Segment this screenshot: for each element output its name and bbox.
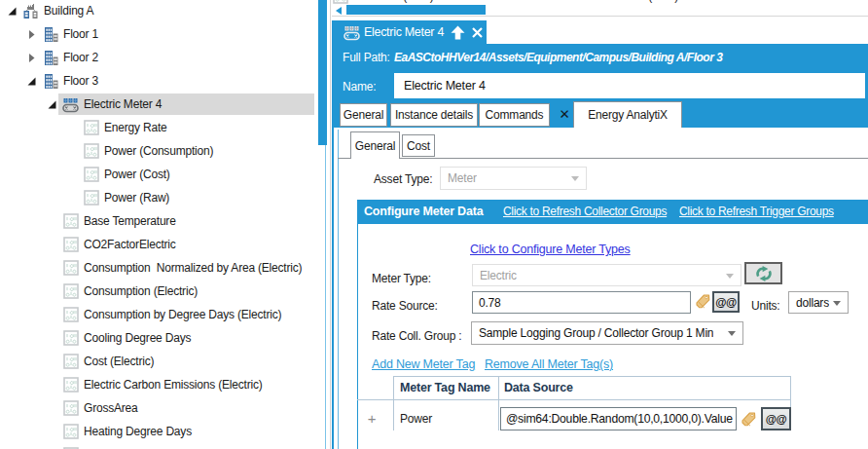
tree-item-floor-3[interactable]: Floor 3 <box>0 69 317 93</box>
subtab-label: Cost <box>407 139 430 153</box>
tag-icon <box>62 354 79 370</box>
tab-label: General <box>344 108 383 122</box>
name-input[interactable] <box>394 73 865 98</box>
tree-item-label: GrossArea <box>83 401 138 415</box>
name-row: Name: <box>332 71 868 100</box>
units-label: Units: <box>751 299 779 313</box>
configure-meter-data-title: Configure Meter Data <box>364 205 483 218</box>
rate-source-value: 0.78 <box>473 296 501 310</box>
tree-item-co2factorelectric[interactable]: CO2FactorElectric <box>0 233 317 256</box>
tree-item-label: Floor 1 <box>62 27 98 41</box>
document-tab-electric-meter-4[interactable]: Electric Meter 4 <box>332 20 487 44</box>
tag-icon <box>83 190 99 206</box>
asset-type-combobox[interactable]: Meter <box>440 167 587 190</box>
tree-item-power-consumption[interactable]: Power (Consumption) <box>0 139 317 163</box>
expand-row-icon[interactable]: + <box>365 412 379 426</box>
collapse-arrow-icon[interactable] <box>5 4 18 18</box>
table-border-left <box>393 376 394 430</box>
floor-icon <box>42 73 58 90</box>
document-tab-title: Electric Meter 4 <box>364 25 444 39</box>
tag-icon <box>62 400 79 417</box>
data-source-input[interactable]: @sim64:Double.Random(10,0,1000,0).Value <box>500 407 737 430</box>
tree-item-power-cost[interactable]: Power (Cost) <box>0 163 317 186</box>
tree-item-energy-rate[interactable]: Energy Rate <box>0 116 317 139</box>
meter-icon <box>62 96 79 113</box>
meter-type-value: Electric <box>473 269 517 282</box>
expand-arrow-icon[interactable] <box>24 51 38 64</box>
refresh-meter-types-button[interactable] <box>744 262 782 284</box>
asset-type-label: Asset Type: <box>374 172 432 186</box>
table-column-divider <box>498 376 499 430</box>
tree-item-cooling-degree-days[interactable]: Cooling Degree Days <box>0 326 317 350</box>
navigate-up-icon[interactable] <box>451 25 465 40</box>
tree-item-grossarea[interactable]: GrossArea <box>0 396 317 420</box>
add-new-meter-tag-link[interactable]: Add New Meter Tag <box>372 357 475 371</box>
horizontal-scrollbar-thumb[interactable] <box>346 5 486 15</box>
configure-meter-data-header: Configure Meter Data Click to Refresh Co… <box>357 200 868 224</box>
refresh-collector-groups-link[interactable]: Click to Refresh Collector Groups <box>503 205 667 218</box>
chevron-down-icon <box>833 301 841 306</box>
tree-item-electric-meter-4[interactable]: Electric Meter 4 <box>0 93 317 116</box>
tree-item-label: Heating Degree Days <box>83 425 192 438</box>
tag-icon <box>62 330 79 347</box>
remove-all-meter-tags-link[interactable]: Remove All Meter Tag(s) <box>485 357 613 371</box>
tree-item-electric-carbon-emissions-electric[interactable]: Electric Carbon Emissions (Electric) <box>0 373 317 396</box>
close-icon[interactable]: ✕ <box>557 106 572 122</box>
detail-panel: Power (Cost) Power (Raw) Electric Meter … <box>332 0 868 449</box>
subtab-general[interactable]: General <box>350 131 400 159</box>
tag-icon[interactable] <box>695 293 711 310</box>
subtab-cost[interactable]: Cost <box>402 134 435 157</box>
tab-label: Commands <box>486 108 544 122</box>
expand-arrow-icon[interactable] <box>24 27 38 41</box>
refresh-trigger-groups-link[interactable]: Click to Refresh Trigger Groups <box>679 205 834 218</box>
tree-item-partial[interactable] <box>0 443 317 449</box>
data-browser-button[interactable]: @@ <box>761 407 791 430</box>
close-tab-icon[interactable] <box>471 26 484 39</box>
tab-label: Energy AnalytiX <box>588 108 668 122</box>
floor-icon <box>42 26 58 43</box>
configure-meter-types-link[interactable]: Click to Configure Meter Types <box>470 243 631 256</box>
data-browser-button[interactable]: @@ <box>712 291 740 313</box>
tree-item-power-raw[interactable]: Power (Raw) <box>0 186 317 209</box>
subpage-border <box>338 130 339 449</box>
meter-tag-name-cell: Power <box>400 412 432 426</box>
tree-item-floor-1[interactable]: Floor 1 <box>0 22 317 46</box>
tree-item-cost-electric[interactable]: Cost (Electric) <box>0 350 317 373</box>
rate-coll-group-value: Sample Logging Group / Collector Group 1… <box>472 326 713 340</box>
tree-item-consumption-by-degree-days-electric[interactable]: Consumption by Degree Days (Electric) <box>0 303 317 326</box>
tree-item-label: Building A <box>43 4 93 18</box>
collapse-arrow-icon[interactable] <box>45 97 58 111</box>
rate-coll-group-combobox[interactable]: Sample Logging Group / Collector Group 1… <box>471 321 743 345</box>
asset-type-value: Meter <box>441 171 477 185</box>
units-combobox[interactable]: dollars <box>788 291 849 314</box>
column-header-data-source: Data Source <box>504 381 573 394</box>
tree-item-label: Electric Meter 4 <box>83 97 162 111</box>
tree-item-label: Base Temperature <box>83 214 176 228</box>
tab-commands[interactable]: Commands <box>479 103 550 127</box>
scroll-left-arrow-icon[interactable] <box>336 7 342 15</box>
tree-vertical-scrollbar-thumb[interactable] <box>318 0 327 145</box>
rate-source-input[interactable]: 0.78 <box>472 291 691 314</box>
tag-icon <box>83 143 99 160</box>
tag-icon <box>62 283 79 300</box>
tree-item-floor-2[interactable]: Floor 2 <box>0 46 317 69</box>
tree-item-consumption-electric[interactable]: Consumption (Electric) <box>0 280 317 303</box>
tree-item-consumption-normalized-by-area-electric[interactable]: Consumption Normalized by Area (Electric… <box>0 256 317 280</box>
rate-source-label: Rate Source: <box>372 299 438 313</box>
tab-general[interactable]: General <box>340 103 387 127</box>
tab-instance-details[interactable]: Instance details <box>390 103 478 127</box>
column-header-meter-tag-name: Meter Tag Name <box>400 381 490 394</box>
table-header-underline <box>357 399 790 400</box>
tag-icon <box>62 237 79 253</box>
tag-icon <box>62 307 79 323</box>
name-label: Name: <box>343 80 376 94</box>
tree-item-base-temperature[interactable]: Base Temperature <box>0 209 317 233</box>
tree-item-building-a[interactable]: Building A <box>0 0 317 22</box>
meter-type-combobox[interactable]: Electric <box>472 264 741 286</box>
collapse-arrow-icon[interactable] <box>24 74 38 88</box>
tree-item-heating-degree-days[interactable]: Heating Degree Days <box>0 420 317 443</box>
at-button-label: @@ <box>766 413 786 425</box>
energy-analytix-page: General Cost Asset Type: Meter Configure… <box>332 128 868 449</box>
tab-energy-analytix[interactable]: Energy AnalytiX <box>573 101 682 128</box>
tag-icon[interactable] <box>741 411 757 428</box>
